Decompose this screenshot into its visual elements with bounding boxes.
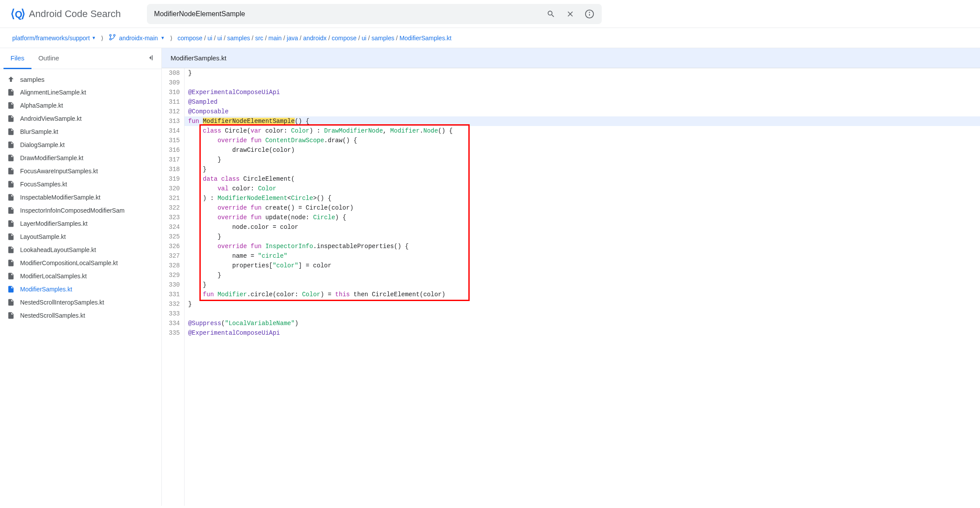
code-line[interactable]: }: [185, 299, 980, 309]
svg-point-8: [114, 35, 115, 36]
code-line[interactable]: override fun ContentDrawScope.draw() {: [185, 136, 980, 145]
code-line[interactable]: drawCircle(color): [185, 145, 980, 155]
breadcrumb-branch[interactable]: androidx-main ▼: [108, 33, 165, 42]
file-label: ModifierCompositionLocalSample.kt: [20, 259, 118, 266]
code-line[interactable]: }: [185, 232, 980, 242]
breadcrumb-segment[interactable]: src: [255, 35, 263, 42]
code-line[interactable]: @ExperimentalComposeUiApi: [185, 328, 980, 338]
file-item[interactable]: LayerModifierSamples.kt: [0, 217, 161, 230]
file-item[interactable]: InspectorInfoInComposedModifierSam: [0, 204, 161, 217]
code-line[interactable]: ) : ModifierNodeElement<Circle>() {: [185, 193, 980, 203]
breadcrumb-segment[interactable]: compose: [332, 35, 357, 42]
clear-icon[interactable]: [565, 9, 575, 19]
file-label: AlignmentLineSample.kt: [20, 89, 86, 96]
logo-text: Android Code Search: [29, 8, 121, 20]
file-label: LayerModifierSamples.kt: [20, 220, 87, 227]
tab-outline[interactable]: Outline: [31, 48, 66, 69]
code-content[interactable]: }@ExperimentalComposeUiApi@Sampled@Compo…: [185, 68, 980, 506]
code-area[interactable]: 3083093103113123133143153163173183193203…: [162, 68, 980, 506]
tab-files[interactable]: Files: [3, 48, 31, 69]
file-item[interactable]: NestedScrollInteropSamples.kt: [0, 296, 161, 309]
file-label: FocusAwareInputSamples.kt: [20, 168, 98, 175]
parent-folder[interactable]: samples: [0, 73, 161, 86]
line-numbers: 3083093103113123133143153163173183193203…: [162, 68, 185, 506]
file-tree[interactable]: samples AlignmentLineSample.ktAlphaSampl…: [0, 69, 161, 506]
code-line[interactable]: @ExperimentalComposeUiApi: [185, 88, 980, 97]
code-line[interactable]: override fun create() = Circle(color): [185, 203, 980, 213]
breadcrumb-segment[interactable]: main: [269, 35, 282, 42]
breadcrumb-project[interactable]: platform/frameworks/support ▼: [12, 35, 96, 42]
info-icon[interactable]: [584, 9, 595, 19]
breadcrumb: platform/frameworks/support ▼ ⟩ androidx…: [0, 28, 980, 48]
file-item[interactable]: NestedScrollSamples.kt: [0, 309, 161, 322]
file-label: NestedScrollInteropSamples.kt: [20, 299, 104, 306]
file-item[interactable]: BlurSample.kt: [0, 125, 161, 138]
svg-point-5: [589, 12, 590, 12]
code-line[interactable]: @Sampled: [185, 97, 980, 107]
search-icon[interactable]: [546, 9, 556, 19]
code-line[interactable]: }: [185, 270, 980, 280]
file-label: ModifierLocalSamples.kt: [20, 273, 87, 280]
code-line[interactable]: [185, 309, 980, 319]
collapse-sidebar-button[interactable]: [142, 50, 158, 67]
code-line[interactable]: }: [185, 165, 980, 174]
breadcrumb-separator: ⟩: [101, 35, 103, 42]
code-line[interactable]: @Suppress("LocalVariableName"): [185, 319, 980, 328]
logo[interactable]: ⟨Q⟩ Android Code Search: [10, 7, 121, 21]
file-item[interactable]: AlignmentLineSample.kt: [0, 86, 161, 99]
code-line[interactable]: name = "circle": [185, 251, 980, 261]
file-item[interactable]: LayoutSample.kt: [0, 230, 161, 243]
code-line[interactable]: data class CircleElement(: [185, 174, 980, 184]
file-item[interactable]: DrawModifierSample.kt: [0, 151, 161, 165]
file-label: DrawModifierSample.kt: [20, 154, 84, 161]
code-line[interactable]: node.color = color: [185, 222, 980, 232]
breadcrumb-segment[interactable]: ui: [217, 35, 222, 42]
svg-text:⟨: ⟨: [10, 7, 15, 20]
file-item[interactable]: ModifierSamples.kt: [0, 283, 161, 296]
file-label: NestedScrollSamples.kt: [20, 312, 85, 319]
code-line[interactable]: @Composable: [185, 107, 980, 116]
breadcrumb-segment[interactable]: samples: [227, 35, 250, 42]
file-item[interactable]: LookaheadLayoutSample.kt: [0, 243, 161, 256]
code-line[interactable]: }: [185, 280, 980, 290]
breadcrumb-segment[interactable]: ModifierSamples.kt: [399, 35, 451, 42]
code-line[interactable]: fun Modifier.circle(color: Color) = this…: [185, 290, 980, 299]
file-label: ModifierSamples.kt: [20, 286, 72, 293]
file-label: DialogSample.kt: [20, 141, 65, 148]
parent-folder-label: samples: [20, 76, 45, 83]
file-item[interactable]: FocusAwareInputSamples.kt: [0, 165, 161, 178]
content: ModifierSamples.kt 308309310311312313314…: [162, 48, 980, 506]
code-line[interactable]: override fun update(node: Circle) {: [185, 213, 980, 222]
file-label: BlurSample.kt: [20, 128, 58, 135]
svg-point-6: [110, 35, 112, 36]
code-line[interactable]: override fun InspectorInfo.inspectablePr…: [185, 242, 980, 251]
breadcrumb-segment[interactable]: androidx: [303, 35, 327, 42]
file-item[interactable]: ModifierLocalSamples.kt: [0, 270, 161, 283]
file-item[interactable]: DialogSample.kt: [0, 138, 161, 151]
code-line[interactable]: [185, 78, 980, 88]
chevron-down-icon: ▼: [91, 35, 96, 40]
code-line[interactable]: }: [185, 155, 980, 165]
search-box[interactable]: [147, 4, 602, 24]
search-input[interactable]: [154, 10, 539, 18]
file-item[interactable]: ModifierCompositionLocalSample.kt: [0, 256, 161, 270]
file-item[interactable]: AndroidViewSample.kt: [0, 112, 161, 125]
breadcrumb-segment[interactable]: compose: [178, 35, 202, 42]
code-line[interactable]: }: [185, 68, 980, 78]
chevron-down-icon: ▼: [160, 35, 165, 40]
file-label: InspectableModifierSample.kt: [20, 194, 101, 201]
breadcrumb-segment[interactable]: ui: [207, 35, 212, 42]
breadcrumb-segment[interactable]: samples: [372, 35, 394, 42]
sidebar: Files Outline samples AlignmentLineSampl…: [0, 48, 162, 506]
code-line[interactable]: properties["color"] = color: [185, 261, 980, 270]
content-title: ModifierSamples.kt: [162, 48, 980, 68]
header: ⟨Q⟩ Android Code Search: [0, 0, 980, 28]
code-line[interactable]: val color: Color: [185, 184, 980, 193]
code-line[interactable]: fun ModifierNodeElementSample() {: [185, 116, 980, 126]
file-item[interactable]: AlphaSample.kt: [0, 99, 161, 112]
file-item[interactable]: FocusSamples.kt: [0, 178, 161, 191]
breadcrumb-segment[interactable]: ui: [362, 35, 366, 42]
file-item[interactable]: InspectableModifierSample.kt: [0, 191, 161, 204]
breadcrumb-segment[interactable]: java: [287, 35, 298, 42]
code-line[interactable]: class Circle(var color: Color) : DrawMod…: [185, 126, 980, 136]
